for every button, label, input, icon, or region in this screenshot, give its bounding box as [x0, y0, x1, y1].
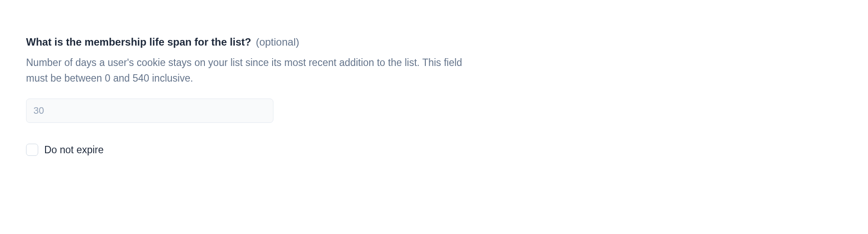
do-not-expire-checkbox[interactable]	[26, 144, 38, 156]
membership-lifespan-group: What is the membership life span for the…	[26, 35, 477, 156]
field-help-text: Number of days a user's cookie stays on …	[26, 55, 477, 87]
membership-lifespan-input[interactable]	[26, 99, 273, 123]
field-optional-tag: (optional)	[256, 36, 299, 48]
field-label: What is the membership life span for the…	[26, 36, 251, 48]
do-not-expire-label[interactable]: Do not expire	[44, 144, 104, 156]
do-not-expire-row: Do not expire	[26, 144, 477, 156]
field-label-row: What is the membership life span for the…	[26, 35, 477, 49]
